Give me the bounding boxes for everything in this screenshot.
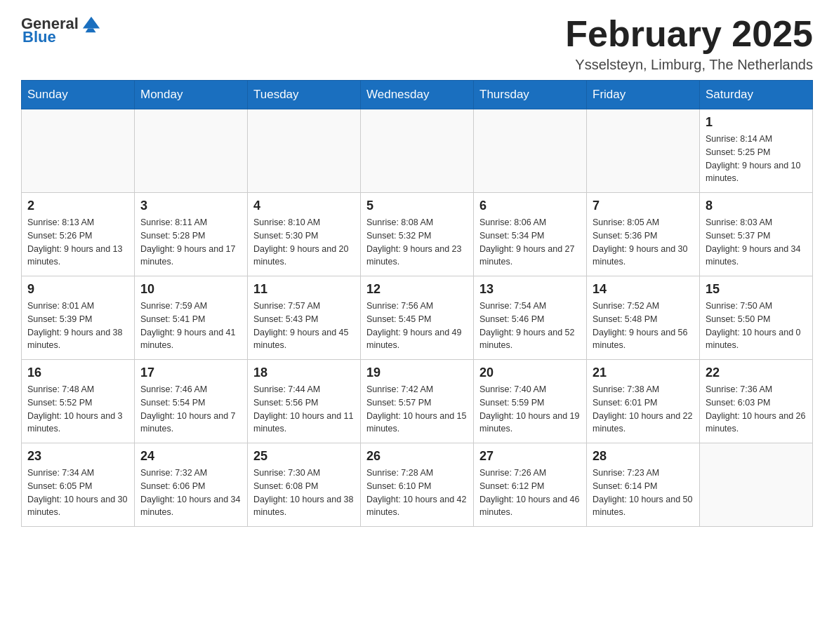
calendar-cell [474, 109, 587, 193]
calendar-cell: 9Sunrise: 8:01 AMSunset: 5:39 PMDaylight… [22, 276, 135, 360]
day-info: Sunrise: 8:11 AMSunset: 5:28 PMDaylight:… [140, 216, 241, 269]
calendar-cell: 23Sunrise: 7:34 AMSunset: 6:05 PMDayligh… [22, 443, 135, 527]
day-number: 24 [140, 449, 241, 464]
calendar-header-saturday: Saturday [700, 81, 813, 109]
day-info: Sunrise: 7:36 AMSunset: 6:03 PMDaylight:… [706, 383, 807, 436]
calendar-cell [361, 109, 474, 193]
calendar-cell: 16Sunrise: 7:48 AMSunset: 5:52 PMDayligh… [22, 360, 135, 443]
calendar-cell: 22Sunrise: 7:36 AMSunset: 6:03 PMDayligh… [700, 360, 813, 443]
day-info: Sunrise: 8:05 AMSunset: 5:36 PMDaylight:… [593, 216, 694, 269]
day-number: 20 [479, 365, 581, 380]
day-number: 16 [27, 365, 128, 380]
title-block: February 2025 Ysselsteyn, Limburg, The N… [565, 14, 813, 73]
day-info: Sunrise: 7:59 AMSunset: 5:41 PMDaylight:… [140, 300, 241, 352]
day-number: 10 [140, 282, 241, 297]
calendar-cell [22, 109, 135, 193]
day-number: 26 [366, 449, 468, 464]
calendar-cell: 4Sunrise: 8:10 AMSunset: 5:30 PMDaylight… [248, 193, 361, 276]
calendar-cell: 6Sunrise: 8:06 AMSunset: 5:34 PMDaylight… [474, 193, 587, 276]
calendar-cell: 7Sunrise: 8:05 AMSunset: 5:36 PMDaylight… [587, 193, 700, 276]
day-info: Sunrise: 7:52 AMSunset: 5:48 PMDaylight:… [593, 300, 694, 352]
calendar-cell: 28Sunrise: 7:23 AMSunset: 6:14 PMDayligh… [587, 443, 700, 527]
calendar-cell: 2Sunrise: 8:13 AMSunset: 5:26 PMDaylight… [22, 193, 135, 276]
svg-marker-0 [83, 17, 100, 29]
day-number: 21 [593, 365, 694, 380]
day-number: 14 [593, 282, 694, 297]
calendar-cell: 15Sunrise: 7:50 AMSunset: 5:50 PMDayligh… [700, 276, 813, 360]
day-info: Sunrise: 7:32 AMSunset: 6:06 PMDaylight:… [140, 467, 241, 519]
day-number: 18 [253, 365, 355, 380]
calendar-week-row: 2Sunrise: 8:13 AMSunset: 5:26 PMDaylight… [22, 193, 813, 276]
page-header: General Blue February 2025 Ysselsteyn, L… [21, 14, 813, 73]
calendar-cell: 26Sunrise: 7:28 AMSunset: 6:10 PMDayligh… [361, 443, 474, 527]
day-number: 13 [479, 282, 581, 297]
day-info: Sunrise: 7:40 AMSunset: 5:59 PMDaylight:… [479, 383, 581, 436]
calendar-header-thursday: Thursday [474, 81, 587, 109]
day-number: 27 [479, 449, 581, 464]
calendar-cell [135, 109, 248, 193]
calendar-cell: 10Sunrise: 7:59 AMSunset: 5:41 PMDayligh… [135, 276, 248, 360]
logo-icon [81, 14, 101, 34]
logo: General Blue [21, 14, 101, 46]
calendar-cell: 12Sunrise: 7:56 AMSunset: 5:45 PMDayligh… [361, 276, 474, 360]
day-info: Sunrise: 8:06 AMSunset: 5:34 PMDaylight:… [479, 216, 581, 269]
day-info: Sunrise: 7:30 AMSunset: 6:08 PMDaylight:… [253, 467, 355, 519]
logo-blue-text: Blue [22, 28, 56, 46]
calendar-week-row: 1Sunrise: 8:14 AMSunset: 5:25 PMDaylight… [22, 109, 813, 193]
day-info: Sunrise: 7:57 AMSunset: 5:43 PMDaylight:… [253, 300, 355, 352]
day-info: Sunrise: 8:03 AMSunset: 5:37 PMDaylight:… [706, 216, 807, 269]
calendar-table: SundayMondayTuesdayWednesdayThursdayFrid… [21, 80, 813, 527]
day-number: 11 [253, 282, 355, 297]
svg-marker-1 [86, 29, 96, 33]
day-info: Sunrise: 7:34 AMSunset: 6:05 PMDaylight:… [27, 467, 128, 519]
calendar-cell: 14Sunrise: 7:52 AMSunset: 5:48 PMDayligh… [587, 276, 700, 360]
day-info: Sunrise: 7:46 AMSunset: 5:54 PMDaylight:… [140, 383, 241, 436]
day-number: 2 [27, 199, 128, 213]
day-number: 28 [593, 449, 694, 464]
calendar-cell: 13Sunrise: 7:54 AMSunset: 5:46 PMDayligh… [474, 276, 587, 360]
day-info: Sunrise: 7:28 AMSunset: 6:10 PMDaylight:… [366, 467, 468, 519]
calendar-cell: 27Sunrise: 7:26 AMSunset: 6:12 PMDayligh… [474, 443, 587, 527]
day-number: 3 [140, 199, 241, 213]
day-info: Sunrise: 7:54 AMSunset: 5:46 PMDaylight:… [479, 300, 581, 352]
calendar-cell [248, 109, 361, 193]
calendar-cell: 17Sunrise: 7:46 AMSunset: 5:54 PMDayligh… [135, 360, 248, 443]
day-number: 1 [706, 115, 807, 130]
calendar-week-row: 16Sunrise: 7:48 AMSunset: 5:52 PMDayligh… [22, 360, 813, 443]
day-number: 17 [140, 365, 241, 380]
calendar-header-sunday: Sunday [22, 81, 135, 109]
day-number: 25 [253, 449, 355, 464]
day-number: 7 [593, 199, 694, 213]
calendar-cell: 24Sunrise: 7:32 AMSunset: 6:06 PMDayligh… [135, 443, 248, 527]
calendar-cell: 11Sunrise: 7:57 AMSunset: 5:43 PMDayligh… [248, 276, 361, 360]
calendar-cell [587, 109, 700, 193]
calendar-header-tuesday: Tuesday [248, 81, 361, 109]
day-info: Sunrise: 7:23 AMSunset: 6:14 PMDaylight:… [593, 467, 694, 519]
day-info: Sunrise: 7:48 AMSunset: 5:52 PMDaylight:… [27, 383, 128, 436]
calendar-header-monday: Monday [135, 81, 248, 109]
calendar-cell: 5Sunrise: 8:08 AMSunset: 5:32 PMDaylight… [361, 193, 474, 276]
day-info: Sunrise: 8:01 AMSunset: 5:39 PMDaylight:… [27, 300, 128, 352]
day-number: 15 [706, 282, 807, 297]
calendar-cell: 19Sunrise: 7:42 AMSunset: 5:57 PMDayligh… [361, 360, 474, 443]
day-number: 6 [479, 199, 581, 213]
day-info: Sunrise: 8:13 AMSunset: 5:26 PMDaylight:… [27, 216, 128, 269]
calendar-header-friday: Friday [587, 81, 700, 109]
location-subtitle: Ysselsteyn, Limburg, The Netherlands [565, 57, 813, 73]
day-number: 8 [706, 199, 807, 213]
day-info: Sunrise: 7:26 AMSunset: 6:12 PMDaylight:… [479, 467, 581, 519]
calendar-cell: 8Sunrise: 8:03 AMSunset: 5:37 PMDaylight… [700, 193, 813, 276]
calendar-cell: 21Sunrise: 7:38 AMSunset: 6:01 PMDayligh… [587, 360, 700, 443]
calendar-cell: 25Sunrise: 7:30 AMSunset: 6:08 PMDayligh… [248, 443, 361, 527]
day-number: 9 [27, 282, 128, 297]
day-number: 19 [366, 365, 468, 380]
calendar-header-wednesday: Wednesday [361, 81, 474, 109]
calendar-header-row: SundayMondayTuesdayWednesdayThursdayFrid… [22, 81, 813, 109]
day-info: Sunrise: 8:08 AMSunset: 5:32 PMDaylight:… [366, 216, 468, 269]
calendar-cell: 18Sunrise: 7:44 AMSunset: 5:56 PMDayligh… [248, 360, 361, 443]
calendar-cell: 20Sunrise: 7:40 AMSunset: 5:59 PMDayligh… [474, 360, 587, 443]
day-number: 5 [366, 199, 468, 213]
calendar-week-row: 23Sunrise: 7:34 AMSunset: 6:05 PMDayligh… [22, 443, 813, 527]
day-info: Sunrise: 7:38 AMSunset: 6:01 PMDaylight:… [593, 383, 694, 436]
day-info: Sunrise: 8:14 AMSunset: 5:25 PMDaylight:… [706, 133, 807, 185]
